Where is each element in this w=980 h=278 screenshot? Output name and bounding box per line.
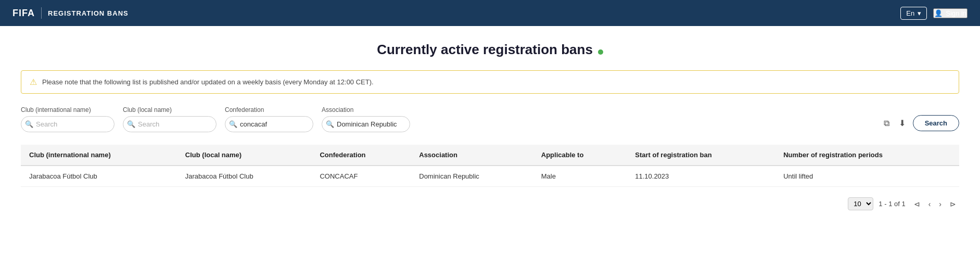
col-confederation: Confederation (311, 145, 411, 166)
club-local-label: Club (local name) (123, 106, 217, 113)
prev-page-icon: ‹ (928, 200, 931, 208)
alert-text: Please note that the following list is p… (42, 78, 374, 86)
fifa-logo: FIFA (12, 8, 35, 19)
next-page-icon: › (939, 200, 941, 208)
sign-in-button[interactable]: 👤 Sign in (933, 8, 968, 18)
confederation-input-wrap: 🔍 (225, 116, 313, 132)
last-page-button[interactable]: ⊳ (947, 198, 959, 210)
association-input[interactable] (322, 116, 410, 132)
pagination-row: 10 25 50 1 - 1 of 1 ⊲ ‹ › ⊳ (21, 197, 959, 210)
cell-club-local: Jarabacoa Fútbol Club (177, 166, 312, 187)
confederation-label: Confederation (225, 106, 313, 113)
page-title: Currently active registration bans (377, 42, 593, 57)
last-page-icon: ⊳ (950, 200, 956, 208)
header-title: REGISTRATION BANS (48, 9, 129, 17)
prev-page-button[interactable]: ‹ (925, 198, 934, 210)
lang-label: En (906, 9, 914, 17)
lang-selector[interactable]: En ▾ (900, 7, 927, 20)
pagination-info: 1 - 1 of 1 (879, 200, 905, 208)
lang-arrow-icon: ▾ (918, 9, 921, 17)
col-start-date: Start of registration ban (627, 145, 775, 166)
table-container: Club (international name) Club (local na… (21, 145, 959, 187)
first-page-icon: ⊲ (914, 200, 920, 208)
cell-periods: Until lifted (775, 166, 959, 187)
col-association: Association (411, 145, 533, 166)
first-page-button[interactable]: ⊲ (911, 198, 923, 210)
copy-button[interactable]: ⧉ (882, 117, 892, 130)
pagination-buttons: ⊲ ‹ › ⊳ (911, 198, 959, 210)
header-divider (41, 7, 42, 19)
account-icon: 👤 (934, 9, 943, 17)
club-local-search-icon: 🔍 (127, 120, 135, 128)
download-button[interactable]: ⬇ (897, 116, 908, 130)
cell-association: Dominican Republic (411, 166, 533, 187)
cell-club-international: Jarabacoa Fútbol Club (21, 166, 177, 187)
club-international-filter: Club (international name) 🔍 (21, 106, 114, 132)
club-local-input-wrap: 🔍 (123, 116, 217, 132)
confederation-filter: Confederation 🔍 (225, 106, 313, 132)
col-club-local: Club (local name) (177, 145, 312, 166)
header-right: En ▾ 👤 Sign in (900, 7, 968, 20)
active-indicator-dot (598, 49, 603, 55)
col-applicable-to: Applicable to (533, 145, 627, 166)
table-header: Club (international name) Club (local na… (21, 145, 959, 166)
page-title-container: Currently active registration bans (21, 42, 959, 58)
table-body: Jarabacoa Fútbol Club Jarabacoa Fútbol C… (21, 166, 959, 187)
association-input-wrap: 🔍 (322, 116, 410, 132)
per-page-select[interactable]: 10 25 50 (848, 197, 873, 210)
alert-icon: ⚠ (30, 77, 37, 87)
association-search-icon: 🔍 (326, 120, 334, 128)
association-filter: Association 🔍 (322, 106, 410, 132)
cell-confederation: CONCACAF (311, 166, 411, 187)
club-local-filter: Club (local name) 🔍 (123, 106, 217, 132)
cell-applicable-to: Male (533, 166, 627, 187)
club-international-input[interactable] (21, 116, 114, 132)
club-int-search-icon: 🔍 (25, 120, 33, 128)
next-page-button[interactable]: › (936, 198, 945, 210)
confederation-input[interactable] (225, 116, 313, 132)
copy-icon: ⧉ (884, 119, 889, 128)
club-int-input-wrap: 🔍 (21, 116, 114, 132)
results-table: Club (international name) Club (local na… (21, 145, 959, 187)
club-local-input[interactable] (123, 116, 217, 132)
filters-row: Club (international name) 🔍 Club (local … (21, 106, 959, 132)
download-icon: ⬇ (899, 119, 906, 128)
alert-box: ⚠ Please note that the following list is… (21, 70, 959, 94)
header: FIFA REGISTRATION BANS En ▾ 👤 Sign in (0, 0, 980, 26)
col-club-international: Club (international name) (21, 145, 177, 166)
search-button[interactable]: Search (913, 115, 959, 131)
club-int-label: Club (international name) (21, 106, 114, 113)
main-content: Currently active registration bans ⚠ Ple… (0, 26, 980, 226)
header-left: FIFA REGISTRATION BANS (12, 7, 129, 19)
filters-actions: ⧉ ⬇ Search (882, 115, 959, 132)
cell-start-date: 11.10.2023 (627, 166, 775, 187)
confederation-search-icon: 🔍 (229, 120, 237, 128)
col-periods: Number of registration periods (775, 145, 959, 166)
association-label: Association (322, 106, 410, 113)
sign-in-label: Sign in (946, 9, 966, 17)
table-row: Jarabacoa Fútbol Club Jarabacoa Fútbol C… (21, 166, 959, 187)
